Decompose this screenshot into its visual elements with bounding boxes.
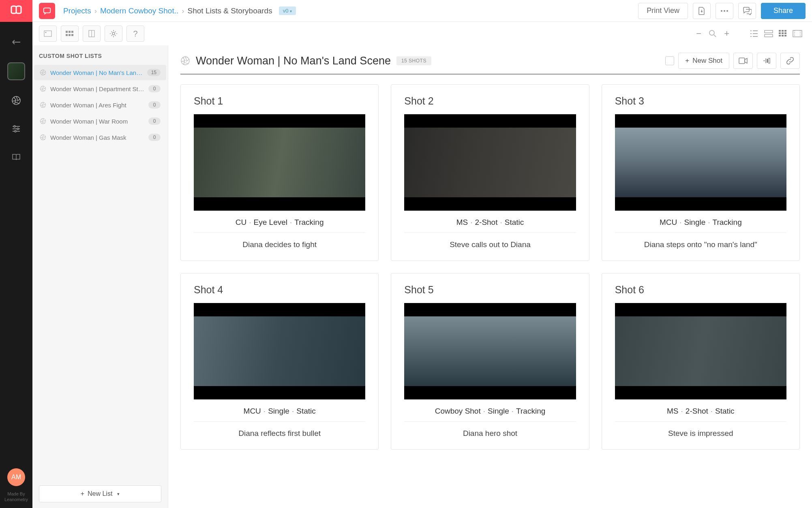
sidebar-item-count: 0 (148, 134, 161, 141)
zoom-controls: − + (696, 28, 729, 39)
filmstrip-view-icon[interactable] (793, 30, 802, 37)
left-rail: AM Made ByLeanometry (0, 0, 32, 508)
select-all-checkbox[interactable] (665, 56, 674, 65)
main-column: Projects › Modern Cowboy Shot.. › Shot L… (32, 0, 812, 508)
rows-view-icon[interactable] (764, 30, 773, 37)
svg-rect-30 (784, 35, 786, 36)
zoom-out-icon[interactable]: − (696, 28, 701, 39)
sidebar-item[interactable]: Wonder Woman | Department Store 0 (34, 81, 166, 96)
svg-rect-24 (784, 30, 786, 32)
breadcrumb-project[interactable]: Modern Cowboy Shot.. (100, 6, 178, 15)
sidebar-item[interactable]: Wonder Woman | No Man's Land … 15 (34, 65, 166, 80)
shot-card[interactable]: Shot 3 MCU·Single·Tracking Diana steps o… (602, 84, 800, 261)
shot-card[interactable]: Shot 6 MS·2-Shot·Static Steve is impress… (602, 273, 800, 450)
shot-card[interactable]: Shot 1 CU·Eye Level·Tracking Diana decid… (180, 84, 379, 261)
shot-meta: Cowboy Shot·Single·Tracking (404, 399, 576, 422)
sidebar-item[interactable]: Wonder Woman | Gas Mask 0 (34, 130, 166, 145)
body: CUSTOM SHOT LISTS Wonder Woman | No Man'… (32, 45, 812, 508)
grid-view-icon[interactable] (779, 30, 787, 37)
frame-icon[interactable] (39, 26, 57, 42)
aperture-icon (40, 118, 46, 124)
download-icon[interactable] (693, 3, 711, 19)
book-icon[interactable] (8, 149, 24, 165)
shot-description: Diana reflects first bullet (194, 422, 365, 438)
toolbar: ? − + (32, 22, 812, 45)
app-logo[interactable] (0, 0, 32, 22)
aperture-icon (40, 69, 46, 76)
list-view-icon[interactable] (750, 30, 758, 37)
shot-title: Shot 3 (615, 95, 786, 107)
aperture-icon (40, 85, 46, 92)
shot-thumbnail (615, 114, 786, 211)
link-icon[interactable] (780, 53, 800, 69)
share-button[interactable]: Share (761, 3, 806, 19)
svg-rect-26 (782, 32, 784, 34)
sidebar-item-label: Wonder Woman | Gas Mask (50, 134, 144, 141)
new-shot-button[interactable]: + New Shot (678, 53, 729, 69)
shot-card[interactable]: Shot 5 Cowboy Shot·Single·Tracking Diana… (391, 273, 589, 450)
sliders-icon[interactable] (8, 121, 24, 137)
camera-icon[interactable] (733, 53, 753, 69)
aperture-icon (180, 56, 190, 66)
zoom-reset-icon[interactable] (709, 30, 717, 38)
insert-icon[interactable] (757, 53, 776, 69)
back-arrow-icon[interactable] (8, 34, 24, 50)
shot-card[interactable]: Shot 2 MS·2-Shot·Static Steve calls out … (391, 84, 589, 261)
shot-thumbnail (404, 114, 576, 211)
breadcrumb: Projects › Modern Cowboy Shot.. › Shot L… (63, 6, 296, 15)
svg-rect-12 (71, 31, 73, 33)
shot-description: Diana decides to fight (194, 233, 365, 249)
shot-description: Diana steps onto "no man's land" (615, 233, 786, 249)
topbar: Projects › Modern Cowboy Shot.. › Shot L… (32, 0, 812, 22)
sidebar-item[interactable]: Wonder Woman | Ares Fight 0 (34, 97, 166, 113)
svg-point-18 (112, 32, 115, 35)
shot-meta: CU·Eye Level·Tracking (194, 211, 365, 233)
version-selector[interactable]: v0 ▾ (279, 6, 296, 15)
sidebar-item-label: Wonder Woman | Department Store (50, 85, 144, 92)
svg-point-3 (15, 130, 16, 132)
help-icon[interactable]: ? (126, 26, 144, 42)
shot-thumbnail (194, 303, 365, 399)
aperture-icon (40, 102, 46, 108)
shot-thumbnail (194, 114, 365, 211)
aperture-icon (40, 134, 46, 141)
project-thumbnail[interactable] (7, 62, 25, 80)
print-view-button[interactable]: Print View (638, 3, 688, 19)
svg-point-2 (17, 128, 19, 130)
svg-point-1 (14, 126, 15, 127)
shot-title: Shot 6 (615, 284, 786, 296)
gear-icon[interactable] (105, 26, 122, 42)
svg-rect-10 (66, 31, 68, 33)
svg-rect-8 (44, 31, 51, 36)
user-avatar[interactable]: AM (7, 468, 25, 486)
svg-rect-23 (782, 30, 784, 32)
sidebar-item-count: 0 (148, 117, 161, 125)
zoom-in-icon[interactable]: + (724, 28, 729, 39)
svg-rect-38 (739, 58, 745, 64)
sidebar-header: CUSTOM SHOT LISTS (32, 45, 168, 64)
shot-description: Steve calls out to Diana (404, 233, 576, 249)
chevron-right-icon: › (182, 6, 184, 15)
shot-card[interactable]: Shot 4 MCU·Single·Static Diana reflects … (180, 273, 379, 450)
sidebar-item[interactable]: Wonder Woman | War Room 0 (34, 113, 166, 129)
sidebar-item-count: 15 (147, 69, 161, 76)
new-list-button[interactable]: + New List ▾ (39, 485, 161, 502)
sidebar: CUSTOM SHOT LISTS Wonder Woman | No Man'… (32, 45, 168, 508)
chat-icon[interactable] (39, 3, 55, 19)
shot-description: Diana hero shot (404, 422, 576, 438)
shots-count-badge: 15 SHOTS (396, 56, 431, 65)
more-icon[interactable] (716, 3, 733, 19)
credit-text: Made ByLeanometry (4, 491, 28, 502)
columns-icon[interactable] (83, 26, 101, 42)
comments-icon[interactable] (738, 3, 756, 19)
grid-icon[interactable] (61, 26, 79, 42)
sidebar-item-label: Wonder Woman | Ares Fight (50, 102, 144, 109)
shot-meta: MS·2-Shot·Static (615, 399, 786, 422)
shot-grid: Shot 1 CU·Eye Level·Tracking Diana decid… (180, 84, 800, 450)
svg-point-19 (709, 30, 714, 35)
svg-point-7 (726, 10, 728, 12)
breadcrumb-projects[interactable]: Projects (63, 6, 91, 15)
svg-rect-22 (779, 30, 781, 32)
aperture-icon[interactable] (8, 92, 24, 109)
shot-meta: MCU·Single·Static (194, 399, 365, 422)
